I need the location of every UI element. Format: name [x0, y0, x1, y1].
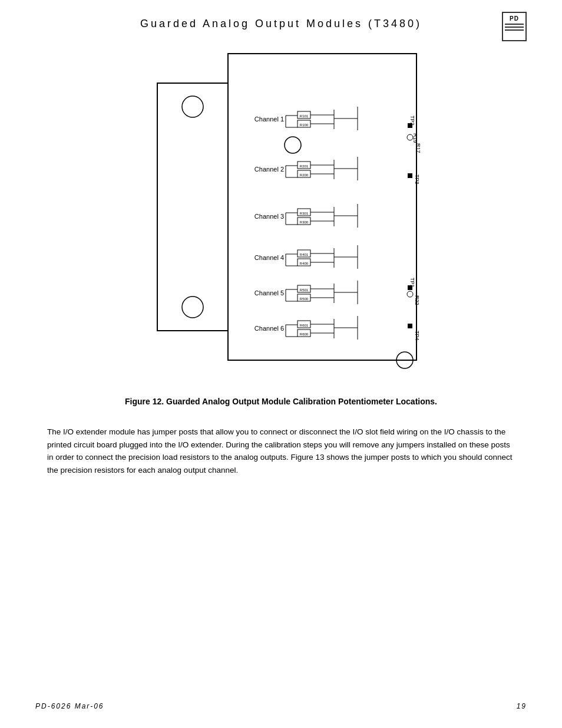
icon-lines [505, 24, 524, 31]
icon-line-1 [505, 24, 524, 25]
page-title: Guarded Analog Output Modules (T3480) [140, 18, 422, 30]
icon-line-3 [505, 29, 524, 31]
body-paragraph: The I/O extender module has jumper posts… [47, 426, 515, 476]
svg-text:Channel 4: Channel 4 [254, 254, 284, 261]
svg-point-2 [182, 96, 203, 117]
svg-text:R200: R200 [300, 173, 309, 177]
svg-text:R17: R17 [415, 143, 421, 153]
svg-text:Channel 2: Channel 2 [254, 166, 284, 173]
svg-text:R600: R600 [300, 332, 309, 336]
svg-text:Channel 5: Channel 5 [254, 289, 284, 297]
svg-rect-83 [408, 324, 412, 328]
pd-icon: PD [502, 12, 527, 41]
svg-text:R22: R22 [414, 295, 420, 305]
figure-caption-text: Figure 12. Guarded Analog Output Module … [125, 397, 437, 406]
svg-rect-1 [157, 83, 228, 331]
svg-text:R400: R400 [300, 262, 309, 265]
figure-wrapper: Channel 1 R101 R100 TP2 R19 R17 Channel … [110, 48, 452, 378]
svg-text:TP3: TP3 [414, 174, 420, 185]
svg-text:TP4: TP4 [414, 331, 420, 341]
svg-text:R601: R601 [300, 324, 309, 327]
svg-text:R401: R401 [300, 253, 309, 256]
svg-text:R500: R500 [300, 297, 309, 301]
svg-point-5 [285, 137, 301, 153]
svg-rect-18 [408, 123, 412, 128]
figure-caption: Figure 12. Guarded Analog Output Module … [0, 390, 562, 420]
svg-point-20 [407, 134, 413, 140]
svg-rect-0 [228, 54, 416, 360]
svg-rect-69 [408, 285, 412, 290]
page-footer: PD-6026 Mar-06 19 [0, 702, 562, 710]
page-header: Guarded Analog Output Modules (T3480) PD [0, 0, 562, 36]
footer-left: PD-6026 Mar-06 [35, 702, 104, 710]
svg-point-70 [407, 291, 413, 297]
svg-rect-33 [408, 173, 412, 178]
body-text: The I/O extender module has jumper posts… [0, 420, 562, 494]
svg-text:R501: R501 [300, 288, 309, 292]
icon-line-2 [505, 27, 524, 28]
circuit-diagram: Channel 1 R101 R100 TP2 R19 R17 Channel … [110, 48, 452, 378]
svg-text:Channel 3: Channel 3 [254, 213, 284, 220]
figure-container: Channel 1 R101 R100 TP2 R19 R17 Channel … [0, 36, 562, 390]
svg-text:R201: R201 [300, 164, 309, 168]
svg-text:R101: R101 [300, 114, 309, 118]
svg-text:Channel 6: Channel 6 [254, 325, 284, 332]
svg-point-3 [182, 297, 203, 318]
svg-text:R300: R300 [300, 220, 309, 224]
pd-icon-label: PD [510, 15, 519, 22]
svg-text:Channel 1: Channel 1 [254, 116, 284, 123]
footer-right: 19 [517, 702, 527, 710]
svg-text:R19: R19 [412, 133, 418, 143]
svg-text:R301: R301 [300, 212, 309, 215]
svg-text:R100: R100 [300, 123, 309, 127]
